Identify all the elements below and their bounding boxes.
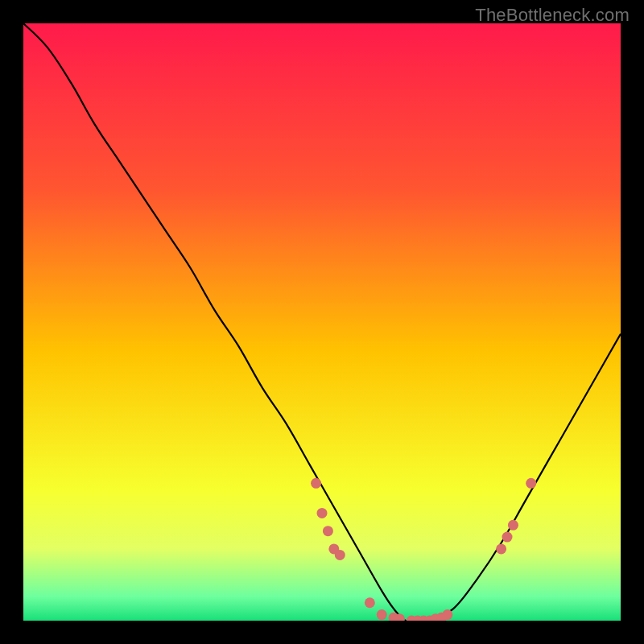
data-point: [377, 609, 387, 620]
bottleneck-chart: [23, 23, 621, 621]
data-point: [526, 478, 536, 489]
data-point: [442, 609, 452, 620]
data-point: [335, 550, 345, 560]
data-point: [323, 526, 333, 536]
data-point: [311, 478, 321, 489]
data-point: [508, 520, 518, 530]
watermark: TheBottleneck.com: [475, 5, 630, 26]
data-point: [365, 597, 375, 608]
data-point: [502, 532, 513, 543]
data-point: [317, 508, 328, 518]
chart-background: [23, 23, 621, 621]
data-point: [496, 543, 506, 554]
